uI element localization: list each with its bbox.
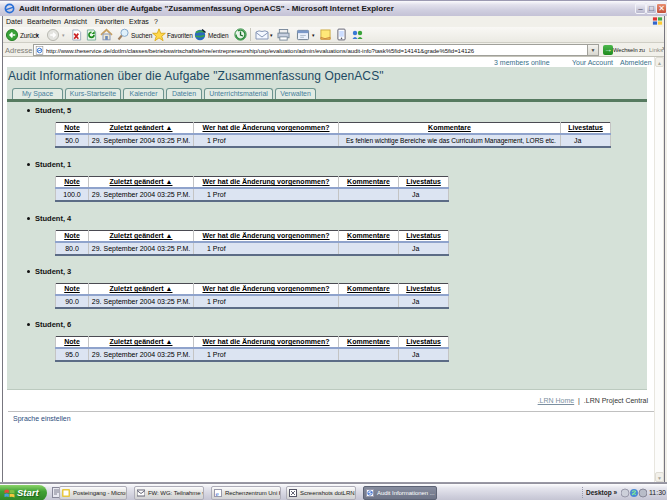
svg-text:e: e <box>216 490 219 498</box>
